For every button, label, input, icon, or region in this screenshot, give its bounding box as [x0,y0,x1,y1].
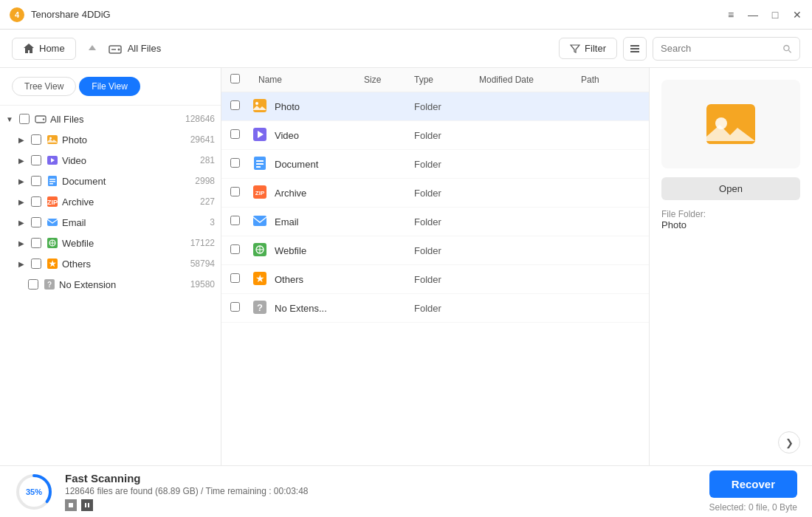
expand-arrow-archive[interactable]: ▶ [16,196,27,207]
select-all-checkbox[interactable] [230,74,240,83]
expand-arrow-others[interactable]: ▶ [16,258,27,269]
preview-panel: Open File Folder: Photo ❯ [650,68,812,465]
svg-text:ZIP: ZIP [47,199,58,206]
checkbox-document[interactable] [31,176,41,186]
tree-list: ▼ All Files 128646 ▶ [0,106,221,465]
maximize-button[interactable]: □ [769,9,781,21]
filter-icon [570,44,580,54]
filter-button[interactable]: Filter [559,38,617,59]
sidebar-item-photo[interactable]: ▶ Photo 29641 [0,129,221,150]
table-row[interactable]: Email Folder [221,208,649,236]
expand-arrow-webfile[interactable]: ▶ [16,238,27,248]
sidebar-item-others[interactable]: ▶ ★ Others 58794 [0,253,221,274]
noext-icon-sidebar: ? [43,278,56,291]
breadcrumb: All Files [128,43,162,54]
nav-up-button[interactable] [82,38,103,59]
minimize-button[interactable]: — [747,9,759,21]
sidebar-label-email: Email [62,217,207,228]
expand-arrow-video[interactable]: ▶ [16,155,27,165]
table-row[interactable]: Photo Folder [221,92,649,121]
sidebar-label-others: Others [62,258,187,270]
table-row[interactable]: ★ Others Folder [221,265,649,294]
table-row[interactable]: Webfile Folder [221,236,649,265]
preview-info-value: Photo [661,219,800,230]
checkbox-video[interactable] [31,155,41,165]
scan-controls [65,499,698,511]
row-checkbox-webfile[interactable] [230,244,240,254]
tree-view-button[interactable]: Tree View [12,77,76,96]
progress-percent: 35% [26,487,42,496]
row-type-archive: Folder [414,188,473,199]
sidebar: Tree View File View ▼ All Files 128646 ▶ [0,68,221,465]
sidebar-item-noext[interactable]: ? No Extension 19580 [0,274,221,295]
home-button[interactable]: Home [12,38,76,60]
table-row[interactable]: Document Folder [221,150,649,179]
row-icon-video [252,127,269,143]
table-row[interactable]: ZIP Archive Folder [221,179,649,208]
checkbox-all-files[interactable] [19,114,30,124]
sidebar-item-all-files[interactable]: ▼ All Files 128646 [0,109,221,129]
sidebar-count-noext: 19580 [190,279,215,290]
expand-arrow-all-files[interactable]: ▼ [4,114,15,124]
search-box [653,37,800,61]
search-input[interactable] [661,43,778,54]
row-checkbox-document[interactable] [230,158,240,168]
scan-stop-button[interactable] [65,499,77,511]
sidebar-item-webfile[interactable]: ▶ Webfile 17122 [0,233,221,253]
recover-button[interactable]: Recover [709,470,797,498]
checkbox-noext[interactable] [28,279,38,290]
expand-arrow-document[interactable]: ▶ [16,176,27,186]
file-view-button[interactable]: File View [79,77,140,96]
row-name-webfile: Webfile [275,245,358,256]
table-row[interactable]: ? No Extens... Folder [221,294,649,323]
preview-next-button[interactable]: ❯ [778,431,800,453]
row-checkbox-archive[interactable] [230,187,240,196]
preview-info-label: File Folder: [661,209,800,219]
menu-button[interactable]: ≡ [725,9,737,21]
row-icon-others: ★ [252,271,269,287]
svg-point-8 [784,45,789,50]
sidebar-item-video[interactable]: ▶ Video 281 [0,150,221,171]
up-arrow-icon [87,44,97,54]
table-row[interactable]: Video Folder [221,121,649,150]
open-button[interactable]: Open [661,177,800,200]
scan-pause-button[interactable] [81,499,93,511]
svg-rect-6 [630,48,639,49]
expand-arrow-photo[interactable]: ▶ [16,134,27,145]
scan-detail: 128646 files are found (68.89 GB) / Time… [65,486,698,496]
archive-icon-sidebar: ZIP [46,195,59,208]
row-type-photo: Folder [414,101,473,112]
col-header-date: Modified Date [479,75,575,85]
checkbox-archive[interactable] [31,196,41,207]
others-icon-sidebar: ★ [46,257,59,270]
row-name-noext: No Extens... [275,303,358,314]
row-checkbox-noext[interactable] [230,302,240,312]
row-name-archive: Archive [275,188,358,199]
checkbox-photo[interactable] [31,134,41,145]
svg-rect-17 [49,179,55,180]
svg-rect-55 [69,503,73,507]
sidebar-item-email[interactable]: ▶ Email 3 [0,212,221,233]
sidebar-count-document: 2998 [195,176,215,186]
sidebar-count-archive: 227 [200,196,215,207]
row-checkbox-video[interactable] [230,129,240,139]
row-name-document: Document [275,159,358,170]
svg-rect-41 [253,216,266,226]
row-checkbox-photo[interactable] [230,100,240,110]
checkbox-email[interactable] [31,217,41,227]
list-view-button[interactable] [623,37,647,61]
row-checkbox-others[interactable] [230,273,240,283]
checkbox-others[interactable] [31,258,41,269]
toolbar-right: Filter [559,37,800,61]
selected-info: Selected: 0 file, 0 Byte [709,502,797,513]
close-button[interactable]: ✕ [791,9,803,21]
svg-rect-18 [49,181,55,182]
sidebar-item-document[interactable]: ▶ Document 2998 [0,171,221,191]
checkbox-webfile[interactable] [31,238,41,248]
sidebar-label-video: Video [62,155,197,166]
titlebar-controls: ≡ — □ ✕ [725,9,803,21]
row-checkbox-email[interactable] [230,216,240,225]
sidebar-label-photo: Photo [62,134,187,145]
expand-arrow-email[interactable]: ▶ [16,217,27,227]
sidebar-item-archive[interactable]: ▶ ZIP Archive 227 [0,191,221,212]
